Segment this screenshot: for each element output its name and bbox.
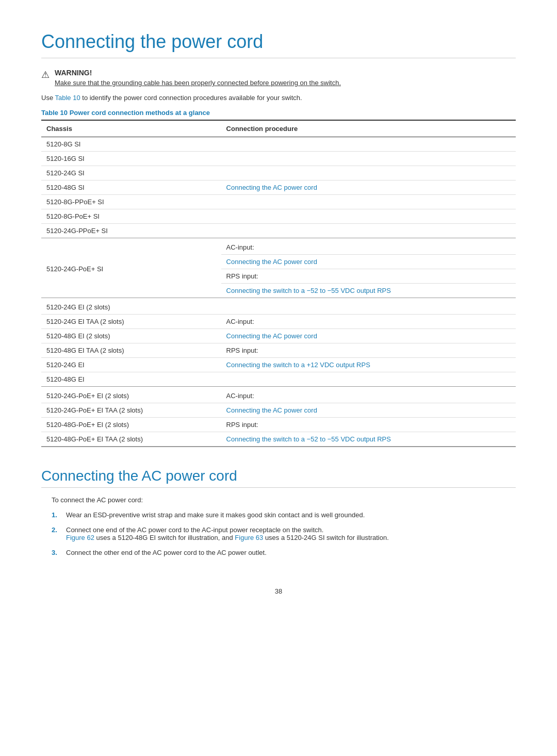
procedure-cell: AC-input:: [221, 387, 516, 403]
procedure-cell: AC-input:: [221, 315, 516, 329]
chassis-cell: 5120-48G-PoE+ EI (2 slots): [41, 418, 221, 432]
procedure-cell: RPS input:: [221, 418, 516, 432]
table-row: 5120-48G SI Connecting the AC power cord: [41, 180, 516, 195]
table-row: 5120-16G SI: [41, 152, 516, 166]
figure-63-link[interactable]: Figure 63: [235, 534, 263, 541]
section-title: Connecting the AC power cord: [41, 468, 516, 488]
procedure-cell: Connecting the AC power cord: [221, 329, 516, 343]
step-num-2: 2.: [52, 526, 61, 541]
procedure-cell: Connecting the switch to a +12 VDC outpu…: [221, 358, 516, 372]
chassis-cell: 5120-48G EI (2 slots): [41, 329, 221, 343]
chassis-cell: 5120-48G SI: [41, 180, 221, 195]
procedure-cell: [221, 137, 516, 152]
chassis-cell: 5120-48G-PoE+ EI TAA (2 slots): [41, 432, 221, 447]
warning-content: WARNING! Make sure that the grounding ca…: [55, 69, 341, 87]
vdc-rps-link-2[interactable]: Connecting the switch to a −52 to −55 VD…: [226, 435, 391, 443]
procedure-cell: RPS input:: [221, 269, 516, 284]
procedure-cell: [221, 152, 516, 166]
table-row: 5120-24G-PPoE+ SI: [41, 224, 516, 238]
chassis-cell: 5120-24G EI: [41, 358, 221, 372]
table-row: 5120-8G-PPoE+ SI: [41, 195, 516, 209]
procedure-cell: RPS input:: [221, 343, 516, 358]
list-item: 3. Connect the other end of the AC power…: [52, 549, 516, 556]
warning-icon: ⚠: [41, 69, 50, 80]
table-row: 5120-24G-PoE+ SI AC-input:: [41, 238, 516, 255]
table-row: 5120-8G-PoE+ SI: [41, 209, 516, 224]
table-row: 5120-24G EI Connecting the switch to a +…: [41, 358, 516, 372]
table-row: 5120-8G SI: [41, 137, 516, 152]
vdc-rps-link-1[interactable]: Connecting the switch to a −52 to −55 VD…: [226, 287, 391, 294]
ac-power-cord-link-2[interactable]: Connecting the AC power cord: [226, 258, 317, 266]
figure-62-link[interactable]: Figure 62: [66, 534, 94, 541]
table-caption: Table 10 Power cord connection methods a…: [41, 109, 516, 117]
chassis-cell: 5120-8G SI: [41, 137, 221, 152]
procedure-cell: AC-input:: [221, 238, 516, 255]
ac-power-cord-link-4[interactable]: Connecting the AC power cord: [226, 406, 317, 414]
col-procedure: Connection procedure: [221, 120, 516, 137]
main-title: Connecting the power cord: [41, 31, 516, 58]
page-number: 38: [41, 587, 516, 595]
section-intro: To connect the AC power cord:: [41, 496, 516, 504]
table-row: 5120-24G EI TAA (2 slots) AC-input:: [41, 315, 516, 329]
table-row: 5120-24G-PoE+ EI (2 slots) AC-input:: [41, 387, 516, 403]
table-row: 5120-48G-PoE+ EI TAA (2 slots) Connectin…: [41, 432, 516, 447]
procedure-cell: [221, 209, 516, 224]
procedure-cell: [221, 224, 516, 238]
procedure-cell: [221, 195, 516, 209]
chassis-cell: 5120-24G-PoE+ EI (2 slots): [41, 387, 221, 403]
chassis-cell: 5120-24G-PoE+ SI: [41, 238, 221, 298]
chassis-cell: 5120-24G EI TAA (2 slots): [41, 315, 221, 329]
table-row: 5120-24G EI (2 slots): [41, 298, 516, 315]
step-num-3: 3.: [52, 549, 61, 556]
procedure-cell: Connecting the switch to a −52 to −55 VD…: [221, 432, 516, 447]
procedure-cell: Connecting the AC power cord: [221, 180, 516, 195]
list-item: 2. Connect one end of the AC power cord …: [52, 526, 516, 541]
list-item: 1. Wear an ESD-preventive wrist strap an…: [52, 511, 516, 519]
chassis-cell: 5120-24G-PoE+ EI TAA (2 slots): [41, 403, 221, 418]
table-10-link[interactable]: Table 10: [55, 94, 80, 102]
chassis-cell: 5120-48G EI: [41, 372, 221, 387]
table-row: 5120-48G-PoE+ EI (2 slots) RPS input:: [41, 418, 516, 432]
table-row: 5120-24G-PoE+ EI TAA (2 slots) Connectin…: [41, 403, 516, 418]
procedure-cell: Connecting the AC power cord: [221, 403, 516, 418]
warning-title: WARNING!: [55, 69, 341, 77]
chassis-cell: 5120-8G-PPoE+ SI: [41, 195, 221, 209]
ac-power-cord-link-3[interactable]: Connecting the AC power cord: [226, 332, 317, 340]
ac-power-cord-link-1[interactable]: Connecting the AC power cord: [226, 184, 317, 191]
table-row: 5120-48G EI TAA (2 slots) RPS input:: [41, 343, 516, 358]
intro-text: Use Table 10 to identify the power cord …: [41, 94, 516, 102]
table-row: 5120-24G SI: [41, 166, 516, 180]
chassis-cell: 5120-24G SI: [41, 166, 221, 180]
col-chassis: Chassis: [41, 120, 221, 137]
table-row: 5120-48G EI (2 slots) Connecting the AC …: [41, 329, 516, 343]
procedure-cell: Connecting the switch to a −52 to −55 VD…: [221, 284, 516, 298]
chassis-cell: 5120-24G-PPoE+ SI: [41, 224, 221, 238]
procedure-cell: Connecting the AC power cord: [221, 255, 516, 269]
chassis-cell: 5120-8G-PoE+ SI: [41, 209, 221, 224]
warning-block: ⚠ WARNING! Make sure that the grounding …: [41, 69, 516, 87]
procedure-cell: [221, 372, 516, 387]
warning-text: Make sure that the grounding cable has b…: [55, 79, 341, 87]
chassis-cell: 5120-24G EI (2 slots): [41, 298, 221, 315]
power-cord-table: Chassis Connection procedure 5120-8G SI …: [41, 120, 516, 447]
step-text-3: Connect the other end of the AC power co…: [66, 549, 267, 556]
step-text-2: Connect one end of the AC power cord to …: [66, 526, 389, 541]
12vdc-rps-link[interactable]: Connecting the switch to a +12 VDC outpu…: [226, 361, 370, 369]
table-row: 5120-48G EI: [41, 372, 516, 387]
procedure-cell: [221, 166, 516, 180]
procedure-cell: [221, 298, 516, 315]
steps-list: 1. Wear an ESD-preventive wrist strap an…: [41, 511, 516, 556]
chassis-cell: 5120-16G SI: [41, 152, 221, 166]
step-num-1: 1.: [52, 511, 61, 519]
step-text-1: Wear an ESD-preventive wrist strap and m…: [66, 511, 365, 519]
chassis-cell: 5120-48G EI TAA (2 slots): [41, 343, 221, 358]
